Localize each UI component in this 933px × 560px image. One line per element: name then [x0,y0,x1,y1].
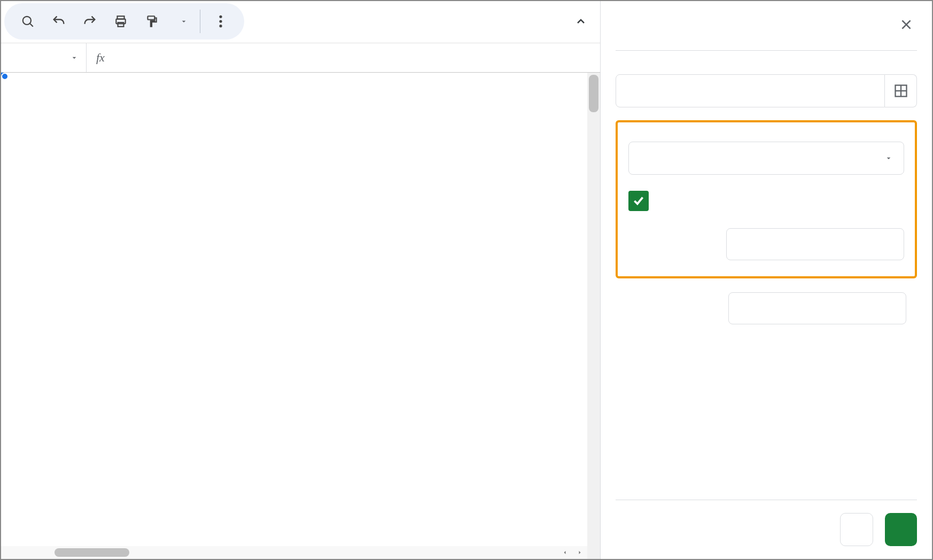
svg-point-6 [219,15,222,18]
svg-point-0 [23,17,31,25]
svg-line-1 [30,24,33,26]
range-input[interactable] [616,74,885,107]
undo-icon[interactable] [45,7,73,35]
scroll-right-icon[interactable] [572,546,587,559]
toolbar-divider [200,10,200,33]
data-validation-panel [601,1,932,559]
horizontal-scrollbar[interactable] [1,546,587,559]
name-box[interactable] [1,43,87,72]
svg-point-7 [219,20,222,22]
remove-rule-button[interactable] [840,513,873,546]
scroll-left-icon[interactable] [557,546,572,559]
select-range-icon[interactable] [885,74,917,107]
custom-values-checkbox[interactable] [628,191,649,211]
paint-format-icon[interactable] [138,7,166,35]
redo-icon[interactable] [76,7,104,35]
toolbar [4,3,244,40]
more-icon[interactable] [207,7,235,35]
fx-icon: fx [87,51,114,65]
svg-rect-5 [147,16,154,20]
done-button[interactable] [885,513,917,546]
ticked-input[interactable] [726,228,904,260]
spreadsheet-grid[interactable] [1,73,587,559]
print-icon[interactable] [107,7,135,35]
zoom-selector[interactable] [169,17,193,26]
vertical-scrollbar[interactable] [587,73,600,559]
close-icon[interactable] [896,14,917,35]
collapse-toolbar-icon[interactable] [567,7,595,35]
criteria-highlight [616,120,917,278]
svg-point-8 [219,25,222,27]
name-formula-bar: fx [1,43,600,73]
search-icon[interactable] [14,7,42,35]
unticked-input[interactable] [728,292,906,324]
criteria-select[interactable] [628,142,904,175]
